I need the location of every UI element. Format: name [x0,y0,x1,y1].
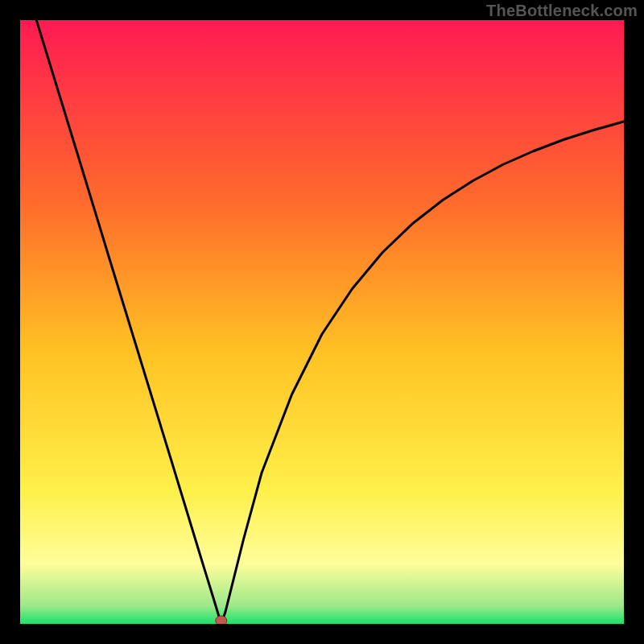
optimum-marker [216,616,227,624]
gradient-background [20,20,624,624]
watermark-text: TheBottleneck.com [486,2,638,20]
chart-frame: TheBottleneck.com [0,0,644,644]
bottleneck-chart [20,20,624,624]
